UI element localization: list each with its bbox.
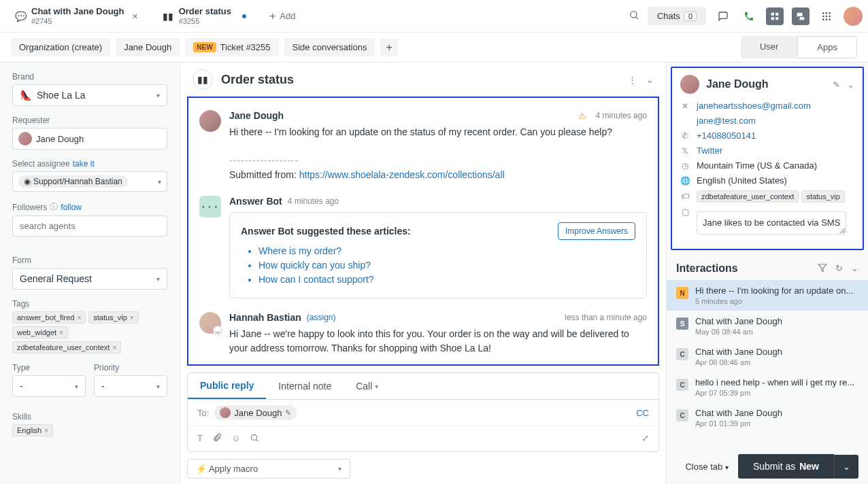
submitted-link[interactable]: https://www.shoelala-zendesk.com/collect… xyxy=(299,169,505,180)
profile-tag[interactable]: status_vip xyxy=(801,190,845,203)
suggested-article[interactable]: Where is my order? xyxy=(258,245,635,256)
macro-select[interactable]: ⚡ Apply macro ▾ xyxy=(187,459,350,479)
assign-link[interactable]: (assign) xyxy=(307,313,336,322)
reply-to-chip[interactable]: Jane Dough ✎ xyxy=(214,405,297,420)
globe-icon: 🌐 xyxy=(680,176,690,186)
follow-link[interactable]: follow xyxy=(61,203,82,212)
tab-internal-note[interactable]: Internal note xyxy=(266,373,344,399)
assignee-label: Select assignee take it xyxy=(12,159,167,169)
interaction-item[interactable]: S Chat with Jane Dough May 06 08:44 am xyxy=(667,311,868,341)
expand-icon[interactable]: ⤢ xyxy=(641,433,649,445)
submit-dropdown[interactable]: ⌄ xyxy=(834,455,858,479)
close-tab-link[interactable]: Close tab ▾ xyxy=(685,462,729,472)
tab-order[interactable]: ▮▮ Order status #3255 xyxy=(153,2,256,30)
timezone-row: ◷Mountain Time (US & Canada) xyxy=(680,160,854,171)
refresh-icon[interactable]: ↻ xyxy=(835,263,843,275)
assignee-select[interactable]: ◉Support/Hannah Bastian ▾ xyxy=(12,171,167,192)
improve-answers-button[interactable]: Improve Answers xyxy=(558,222,635,240)
divider: ------------------ xyxy=(229,155,299,166)
chevron-down-icon[interactable]: ⌄ xyxy=(847,80,854,90)
priority-select[interactable]: -▾ xyxy=(94,375,167,397)
phone-icon[interactable] xyxy=(740,7,758,25)
user-note[interactable]: Jane likes to be contacted via SMS xyxy=(697,211,846,235)
email-link[interactable]: jane@test.com xyxy=(697,116,756,126)
skills-label: Skills xyxy=(12,412,167,421)
filter-icon[interactable] xyxy=(818,263,827,275)
tag[interactable]: web_widget× xyxy=(12,326,68,339)
attachment-icon[interactable] xyxy=(212,433,222,445)
edit-icon[interactable]: ✎ xyxy=(285,409,291,417)
text-format-icon[interactable]: T xyxy=(197,433,203,445)
profile-name: Jane Dough xyxy=(706,78,769,90)
nav-right-user[interactable]: User xyxy=(741,36,797,58)
timezone-value: Mountain Time (US & Canada) xyxy=(697,160,817,171)
phone-link[interactable]: +14088050141 xyxy=(697,131,756,141)
comment-icon[interactable] xyxy=(714,7,732,25)
remove-icon[interactable]: × xyxy=(130,314,134,322)
conversations-icon[interactable] xyxy=(792,7,809,25)
remove-icon[interactable]: × xyxy=(59,329,63,336)
suggested-article[interactable]: How can I contact support? xyxy=(258,274,635,285)
reply-toolbar: T ☺ ⤢ xyxy=(188,426,658,451)
channel-icon: ▮▮ xyxy=(193,69,213,90)
email-link[interactable]: janeheartsshoes@gmail.com xyxy=(697,101,811,111)
take-it-link[interactable]: take it xyxy=(73,159,95,169)
search-reply-icon[interactable] xyxy=(250,433,259,445)
nav-side-conversations[interactable]: Side conversations xyxy=(284,38,375,56)
tab-chat[interactable]: 💬 Chat with Jane Dough #2745 × xyxy=(5,2,148,30)
edit-icon[interactable]: ✎ xyxy=(833,80,840,90)
brand-select[interactable]: 👠Shoe La La ▾ xyxy=(12,84,167,106)
remove-icon[interactable]: × xyxy=(112,344,116,351)
add-tab-button[interactable]: + Add xyxy=(261,6,303,27)
svg-point-15 xyxy=(252,434,257,440)
tag[interactable]: answer_bot_fired× xyxy=(12,311,86,324)
nav-right-apps[interactable]: Apps xyxy=(797,36,857,58)
remove-icon[interactable]: × xyxy=(77,314,81,322)
interaction-item[interactable]: C hello i need help - when will i get my… xyxy=(667,372,868,402)
interaction-time: Apr 01 01:39 pm xyxy=(695,419,858,428)
more-icon[interactable]: ⋮ xyxy=(628,75,637,85)
remove-icon[interactable]: × xyxy=(44,427,48,434)
chevron-down-icon[interactable]: ⌄ xyxy=(646,75,654,85)
interaction-item[interactable]: C Chat with Jane Dough Apr 01 01:39 pm xyxy=(667,402,868,433)
chevron-down-icon[interactable]: ⌄ xyxy=(851,263,858,275)
form-value: General Request xyxy=(20,273,92,284)
chevron-down-icon: ▾ xyxy=(158,178,161,186)
current-user-avatar[interactable] xyxy=(844,7,863,26)
form-select[interactable]: General Request ▾ xyxy=(12,268,167,290)
profile-tag[interactable]: zdbetafeature_user_context xyxy=(697,190,799,203)
cc-link[interactable]: CC xyxy=(636,408,649,418)
context-panel: Jane Dough ✎ ⌄ ✕janeheartsshoes@gmail.co… xyxy=(667,63,868,484)
bot-author: Answer Bot xyxy=(229,196,282,207)
search-icon[interactable] xyxy=(629,10,639,22)
message-agent: ◡ Hannah Bastian (assign) less than a mi… xyxy=(194,305,652,362)
interaction-title: Chat with Jane Dough xyxy=(695,408,858,418)
followers-input[interactable] xyxy=(12,215,167,237)
interaction-item[interactable]: N Hi there -- I'm looking for an update … xyxy=(667,280,868,311)
add-side-conversation-button[interactable]: + xyxy=(380,39,397,56)
tags-label: Tags xyxy=(12,299,167,309)
nav-ticket[interactable]: NEW Ticket #3255 xyxy=(185,38,278,56)
emoji-icon[interactable]: ☺ xyxy=(231,433,240,445)
close-icon[interactable]: × xyxy=(133,11,138,22)
twitter-link[interactable]: Twitter xyxy=(697,145,722,156)
type-select[interactable]: -▾ xyxy=(12,375,86,397)
apps-icon[interactable] xyxy=(818,7,835,25)
submit-button[interactable]: Submit as New xyxy=(738,454,834,479)
suggested-article[interactable]: How quickly can you ship? xyxy=(258,260,635,271)
warning-icon: ⚠ xyxy=(578,111,586,121)
top-tabs-bar: 💬 Chat with Jane Dough #2745 × ▮▮ Order … xyxy=(0,0,868,33)
chats-button[interactable]: Chats 0 xyxy=(648,7,706,25)
grid-icon[interactable] xyxy=(766,7,784,25)
nav-user[interactable]: Jane Dough xyxy=(116,38,180,56)
plus-icon: + xyxy=(269,10,276,22)
tag[interactable]: status_vip× xyxy=(88,311,138,324)
tab-public-reply[interactable]: Public reply xyxy=(188,373,266,399)
nav-organization[interactable]: Organization (create) xyxy=(11,38,110,56)
close-icon[interactable]: ✕ xyxy=(680,101,690,111)
tag[interactable]: zdbetafeature_user_context× xyxy=(12,341,121,353)
requester-field[interactable]: Jane Dough xyxy=(12,128,167,150)
skill-tag[interactable]: English× xyxy=(12,424,53,436)
tab-call[interactable]: Call▾ xyxy=(344,373,390,399)
interaction-item[interactable]: C Chat with Jane Dough Apr 08 08:46 am xyxy=(667,341,868,372)
